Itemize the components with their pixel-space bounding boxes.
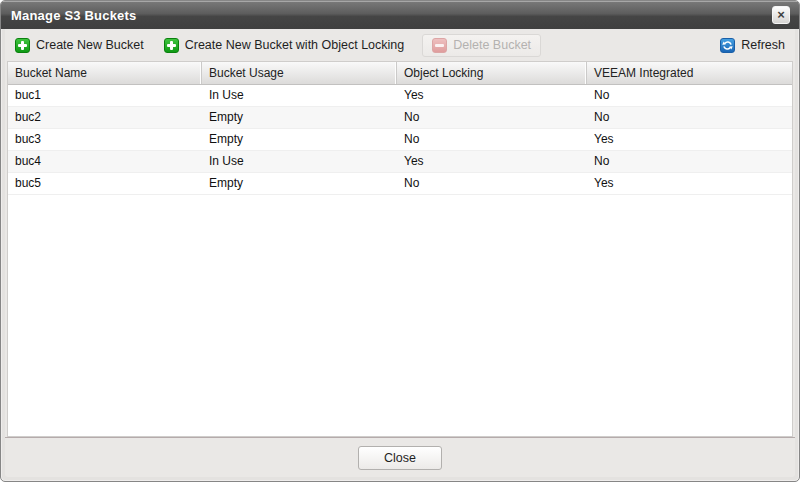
refresh-button[interactable]: Refresh: [718, 35, 787, 56]
table-cell: Empty: [202, 107, 397, 128]
table-cell: buc1: [8, 85, 202, 106]
table-cell: No: [587, 85, 792, 106]
manage-s3-buckets-dialog: Manage S3 Buckets × Create New Bucket Cr…: [0, 0, 800, 482]
close-button[interactable]: Close: [358, 446, 442, 470]
toolbar: Create New Bucket Create New Bucket with…: [5, 29, 795, 61]
column-header-bucket-name[interactable]: Bucket Name: [8, 62, 202, 84]
column-header-object-locking[interactable]: Object Locking: [397, 62, 587, 84]
create-bucket-label: Create New Bucket: [36, 38, 144, 52]
table-header-row: Bucket NameBucket UsageObject LockingVEE…: [8, 62, 792, 85]
table-cell: In Use: [202, 151, 397, 172]
close-icon[interactable]: ×: [772, 6, 790, 24]
table-row[interactable]: buc3EmptyNoYes: [8, 129, 792, 151]
create-bucket-object-locking-button[interactable]: Create New Bucket with Object Locking: [162, 35, 407, 56]
column-header-bucket-usage[interactable]: Bucket Usage: [202, 62, 397, 84]
dialog-titlebar: Manage S3 Buckets ×: [1, 1, 799, 29]
dialog-body: Create New Bucket Create New Bucket with…: [5, 29, 795, 477]
table-body: buc1In UseYesNobuc2EmptyNoNobuc3EmptyNoY…: [8, 85, 792, 436]
table-row[interactable]: buc5EmptyNoYes: [8, 173, 792, 195]
bucket-table: Bucket NameBucket UsageObject LockingVEE…: [7, 61, 793, 437]
table-cell: No: [397, 107, 587, 128]
table-cell: buc2: [8, 107, 202, 128]
table-cell: In Use: [202, 85, 397, 106]
table-cell: No: [587, 107, 792, 128]
table-cell: No: [397, 173, 587, 194]
table-cell: Empty: [202, 129, 397, 150]
column-header-veeam-integrated[interactable]: VEEAM Integrated: [587, 62, 792, 84]
dialog-title: Manage S3 Buckets: [11, 8, 137, 23]
minus-icon: [432, 38, 447, 53]
plus-icon: [164, 38, 179, 53]
refresh-label: Refresh: [741, 38, 785, 52]
dialog-footer: Close: [5, 437, 795, 477]
create-bucket-object-locking-label: Create New Bucket with Object Locking: [185, 38, 405, 52]
table-row[interactable]: buc2EmptyNoNo: [8, 107, 792, 129]
plus-icon: [15, 38, 30, 53]
table-cell: Yes: [587, 173, 792, 194]
create-bucket-button[interactable]: Create New Bucket: [13, 35, 146, 56]
table-row[interactable]: buc1In UseYesNo: [8, 85, 792, 107]
table-cell: Yes: [397, 85, 587, 106]
table-cell: Yes: [587, 129, 792, 150]
delete-bucket-label: Delete Bucket: [453, 38, 531, 52]
table-cell: No: [397, 129, 587, 150]
delete-bucket-button[interactable]: Delete Bucket: [422, 34, 541, 57]
table-row[interactable]: buc4In UseYesNo: [8, 151, 792, 173]
table-cell: No: [587, 151, 792, 172]
table-cell: Yes: [397, 151, 587, 172]
table-cell: buc3: [8, 129, 202, 150]
table-cell: buc5: [8, 173, 202, 194]
refresh-icon: [720, 38, 735, 53]
table-cell: Empty: [202, 173, 397, 194]
table-cell: buc4: [8, 151, 202, 172]
